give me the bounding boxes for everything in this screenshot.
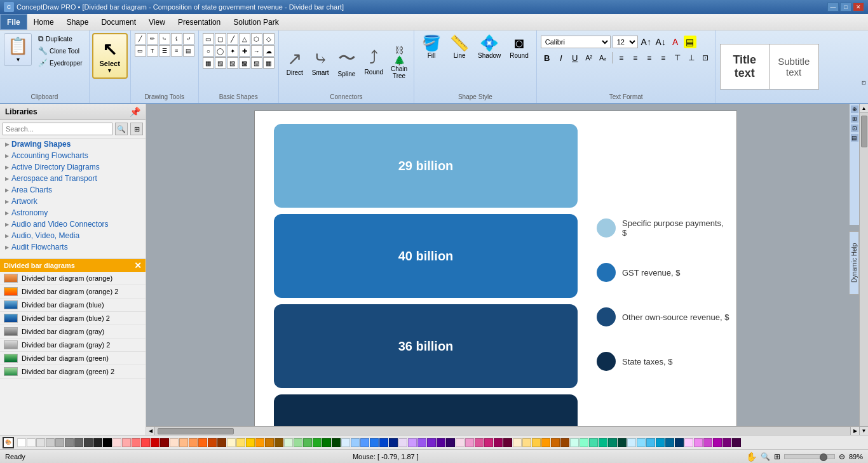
select-button[interactable]: ↖ Select ▾ [92,33,128,79]
close-button[interactable]: ✕ [853,3,864,11]
color-swatch[interactable] [36,438,45,447]
color-swatch[interactable] [551,438,560,447]
italic-button[interactable]: I [555,51,567,64]
library-item-active-directory[interactable]: Active Directory Diagrams [0,161,146,173]
scrollbar-down-arrow[interactable]: ▼ [860,426,869,435]
color-swatch[interactable] [17,438,26,447]
libraries-pin-icon[interactable]: 📌 [130,107,140,117]
color-swatch[interactable] [151,438,159,447]
direct-connector-button[interactable]: ↗ Direct [283,33,307,91]
color-swatch[interactable] [198,438,207,447]
color-swatch[interactable] [427,438,436,447]
template-orange2[interactable]: Divided bar diagram (orange) 2 [0,285,146,299]
color-swatch[interactable] [608,438,617,447]
color-swatch[interactable] [160,438,169,447]
scrollbar-thumb-h[interactable] [158,428,234,434]
library-search-input[interactable] [3,123,112,135]
font-highlight-button[interactable]: ▤ [684,36,696,48]
menu-home[interactable]: Home [27,14,60,30]
bs-b5[interactable]: ▧ [251,57,262,69]
canvas-area[interactable]: 29 billion 40 billion 36 billion 49 bill… [146,104,868,435]
color-swatch[interactable] [189,438,198,447]
bs-b6[interactable]: ▦ [263,57,275,69]
scrollbar-right-arrow[interactable]: ▶ [850,427,859,436]
menu-file[interactable]: File [0,14,27,30]
template-green2[interactable]: Divided bar diagram (green) 2 [0,365,146,379]
scrollbar-thumb-v[interactable] [861,116,867,147]
dt-btn-3[interactable]: ⤷ [159,33,170,44]
diagram-canvas[interactable]: 29 billion 40 billion 36 billion 49 bill… [254,111,737,435]
color-swatch[interactable] [370,438,379,447]
color-swatch[interactable] [46,438,55,447]
font-grow-button[interactable]: A↑ [640,36,653,48]
color-swatch[interactable] [465,438,474,447]
panel-icon-3[interactable]: ⊡ [851,124,858,132]
align-justify-button[interactable]: ≡ [657,51,670,64]
library-item-area-charts[interactable]: Area Charts [0,184,146,196]
font-family-select[interactable]: Calibri [541,36,611,48]
color-swatch[interactable] [275,438,283,447]
color-swatch[interactable] [208,438,217,447]
color-swatch[interactable] [351,438,360,447]
menu-presentation[interactable]: Presentation [172,14,227,30]
color-swatch[interactable] [360,438,369,447]
hand-tool-icon[interactable]: ✋ [746,452,757,462]
color-swatch[interactable] [246,438,255,447]
fill-button[interactable]: 🪣 Fill [418,33,445,60]
color-swatch[interactable] [656,438,665,447]
menu-shape[interactable]: Shape [60,14,95,30]
dt-btn-7[interactable]: T [147,45,158,57]
color-swatch[interactable] [332,438,341,447]
fit-page-icon[interactable]: ⊞ [774,452,780,461]
color-swatch[interactable] [112,438,121,447]
bs-b1[interactable]: ▦ [203,57,214,69]
bs-cross[interactable]: ✚ [239,45,250,57]
dt-btn-9[interactable]: ≡ [171,45,182,57]
color-swatch[interactable] [398,438,407,447]
dt-btn-10[interactable]: ▤ [183,45,194,57]
color-swatch[interactable] [103,438,112,447]
color-swatch[interactable] [599,438,607,447]
align-center-button[interactable]: ≡ [629,51,642,64]
dt-btn-1[interactable]: ╱ [135,33,146,44]
minimize-button[interactable]: — [827,3,839,11]
valign-top-button[interactable]: ⊤ [671,51,684,64]
color-swatch[interactable] [93,438,102,447]
bs-b2[interactable]: ▧ [215,57,226,69]
superscript-button[interactable]: A² [583,51,595,64]
dt-btn-5[interactable]: ⤶ [183,33,194,44]
eyedropper-button[interactable]: 💉 Eyedropper [36,57,85,69]
template-gray2[interactable]: Divided bar diagram (gray) 2 [0,339,146,352]
canvas-scrollbar-vertical[interactable]: ▲ ▼ [859,104,868,435]
color-swatch[interactable] [236,438,245,447]
subscript-button[interactable]: A₂ [597,51,609,64]
color-swatch[interactable] [627,438,636,447]
panel-icon-2[interactable]: ⊞ [851,115,858,123]
color-swatch[interactable] [589,438,598,447]
template-gray[interactable]: Divided bar diagram (gray) [0,325,146,339]
valign-bottom-button[interactable]: ⊡ [699,51,712,64]
color-swatch[interactable] [522,438,531,447]
color-swatch[interactable] [417,438,426,447]
valign-middle-button[interactable]: ⊥ [685,51,698,64]
bar-29-billion[interactable]: 29 billion [274,124,578,208]
color-swatch[interactable] [494,438,503,447]
color-swatch[interactable] [303,438,312,447]
scrollbar-left-arrow[interactable]: ◀ [146,427,155,436]
color-swatch[interactable] [265,438,274,447]
library-item-accounting-flowcharts[interactable]: Accounting Flowcharts [0,150,146,161]
color-swatch[interactable] [341,438,350,447]
color-swatch[interactable] [446,438,455,447]
color-swatch[interactable] [560,438,569,447]
dynamic-help-tab[interactable]: Dynamic Help [849,231,859,295]
color-swatch[interactable] [732,438,741,447]
clone-tool-button[interactable]: 🔧 Clone Tool [36,45,85,57]
round-style-button[interactable]: ◙ Round [506,33,532,60]
color-swatch[interactable] [227,438,236,447]
section-close-icon[interactable]: ✕ [134,260,142,271]
color-swatch[interactable] [675,438,684,447]
title-text-button[interactable]: Titletext [720,44,770,90]
library-item-aerospace[interactable]: Aerospace and Transport [0,173,146,184]
color-swatch[interactable] [322,438,331,447]
color-swatch[interactable] [722,438,731,447]
